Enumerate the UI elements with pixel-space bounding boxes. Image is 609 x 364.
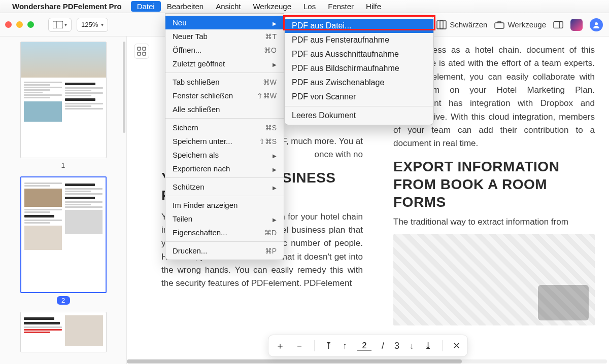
file-menu-item[interactable]: Fenster schließen⇧⌘W bbox=[165, 89, 284, 102]
sidebar-layout-button[interactable]: ▾ bbox=[48, 18, 72, 32]
menu-ansicht[interactable]: Ansicht bbox=[210, 1, 247, 12]
zoom-in-button[interactable]: ＋ bbox=[276, 340, 285, 352]
prev-page-button[interactable]: ↑ bbox=[343, 341, 347, 351]
redact-button[interactable]: Schwärzen bbox=[436, 20, 487, 30]
window-minimize-icon[interactable] bbox=[16, 21, 23, 28]
doc-right-image bbox=[393, 234, 595, 325]
tools-button[interactable]: Werkzeuge bbox=[494, 20, 546, 30]
zoom-value: 125% bbox=[81, 21, 98, 28]
file-menu-item[interactable]: Neuer Tab⌘T bbox=[165, 29, 284, 43]
page-number-input[interactable] bbox=[357, 341, 371, 351]
file-menu-item[interactable]: Im Finder anzeigen bbox=[165, 198, 284, 212]
menu-hilfe[interactable]: Hilfe bbox=[360, 1, 387, 12]
thumbnail-1[interactable]: 1 bbox=[20, 42, 107, 169]
menu-bearbeiten[interactable]: Bearbeiten bbox=[161, 1, 210, 12]
neu-submenu-item[interactable]: PDF aus Zwischenablage bbox=[285, 76, 433, 90]
file-menu-item[interactable]: Drucken...⌘P bbox=[165, 244, 284, 258]
neu-submenu-item[interactable]: PDF von Scanner bbox=[285, 90, 433, 104]
window-zoom-icon[interactable] bbox=[27, 21, 34, 28]
menu-datei[interactable]: Datei bbox=[131, 1, 161, 12]
file-menu-item[interactable]: Alle schließen bbox=[165, 102, 284, 116]
svg-point-7 bbox=[595, 22, 598, 25]
file-menu-item[interactable]: Tab schließen⌘W bbox=[165, 75, 284, 89]
last-page-button[interactable]: ⤓ bbox=[424, 340, 432, 351]
window-close-icon[interactable] bbox=[5, 21, 12, 28]
svg-rect-4 bbox=[495, 23, 504, 28]
redact-icon bbox=[436, 20, 447, 30]
menu-los[interactable]: Los bbox=[297, 1, 322, 12]
thumbnail-2-number: 2 bbox=[57, 296, 70, 305]
neu-submenu: PDF aus Datei...PDF aus FensteraufnahmeP… bbox=[284, 16, 434, 125]
zoom-out-button[interactable]: － bbox=[295, 340, 304, 352]
menu-werkzeuge[interactable]: Werkzeuge bbox=[247, 1, 297, 12]
file-menu-item[interactable]: Sichern⌘S bbox=[165, 121, 284, 134]
svg-rect-5 bbox=[554, 21, 563, 28]
file-menu-dropdown: NeuNeuer Tab⌘TÖffnen...⌘OZuletzt geöffne… bbox=[165, 13, 284, 260]
app-name: Wondershare PDFelement Pro bbox=[12, 2, 122, 11]
grid-icon bbox=[137, 47, 146, 56]
neu-submenu-item[interactable]: PDF aus Datei... bbox=[285, 19, 433, 33]
page-total: 3 bbox=[394, 341, 399, 351]
toolbox-icon bbox=[494, 20, 504, 30]
file-menu-item[interactable]: Speichern als bbox=[165, 148, 284, 162]
app-badge-icon[interactable] bbox=[570, 19, 583, 31]
svg-rect-11 bbox=[143, 52, 146, 55]
account-avatar[interactable] bbox=[590, 18, 603, 31]
svg-rect-8 bbox=[138, 47, 141, 50]
user-icon bbox=[593, 21, 600, 28]
neu-submenu-item[interactable]: PDF aus Fensteraufnahme bbox=[285, 33, 433, 47]
neu-submenu-item[interactable]: PDF aus Ausschnittaufnahme bbox=[285, 47, 433, 61]
window-traffic-lights bbox=[5, 21, 34, 28]
next-page-button[interactable]: ↓ bbox=[410, 341, 414, 351]
file-menu-item[interactable]: Speichern unter...⇧⌘S bbox=[165, 134, 284, 148]
thumbnail-1-number: 1 bbox=[20, 161, 107, 169]
thumbnail-2[interactable]: 2 bbox=[20, 176, 107, 305]
zoom-combo[interactable]: 125% ▾ bbox=[77, 18, 108, 32]
neu-submenu-item[interactable]: PDF aus Bildschirmaufnahme bbox=[285, 61, 433, 76]
doc-right-paragraph-2: The traditional way to extract informati… bbox=[393, 217, 595, 227]
file-menu-item[interactable]: Eigenschaften...⌘D bbox=[165, 226, 284, 239]
file-menu-item[interactable]: Zuletzt geöffnet bbox=[165, 57, 284, 70]
menu-fenster[interactable]: Fenster bbox=[322, 1, 360, 12]
first-page-button[interactable]: ⤒ bbox=[325, 340, 332, 351]
page-navigator: ＋ － ⤒ ↑ / 3 ↓ ⤓ ✕ bbox=[268, 335, 468, 357]
horizontal-scrollbar[interactable] bbox=[127, 359, 607, 363]
svg-rect-9 bbox=[143, 47, 146, 50]
tools-label: Werkzeuge bbox=[507, 20, 546, 29]
thumbnails-sidebar: 1 2 bbox=[0, 37, 127, 364]
doc-right-heading: EXPORT INFORMATION FROM BOOK A ROOM FORM… bbox=[393, 158, 595, 211]
macos-menubar: Wondershare PDFelement Pro Datei Bearbei… bbox=[0, 0, 609, 13]
file-menu-item[interactable]: Exportieren nach bbox=[165, 162, 284, 175]
file-menu-item[interactable]: Schützen bbox=[165, 180, 284, 194]
file-menu-item[interactable]: Neu bbox=[165, 16, 284, 29]
svg-rect-10 bbox=[138, 52, 141, 55]
panel-toggle-button[interactable] bbox=[553, 20, 563, 30]
sidebar-layout-icon bbox=[53, 21, 63, 28]
close-navigator-button[interactable]: ✕ bbox=[453, 340, 460, 351]
svg-rect-0 bbox=[53, 21, 63, 28]
file-menu-item[interactable]: Öffnen...⌘O bbox=[165, 43, 284, 57]
thumbnails-toggle-button[interactable] bbox=[134, 44, 149, 59]
redact-label: Schwärzen bbox=[450, 20, 487, 29]
neu-submenu-item[interactable]: Leeres Dokument bbox=[285, 108, 433, 123]
file-menu-item[interactable]: Teilen bbox=[165, 212, 284, 226]
page-sep: / bbox=[382, 341, 384, 351]
thumbnail-3[interactable] bbox=[20, 312, 107, 352]
